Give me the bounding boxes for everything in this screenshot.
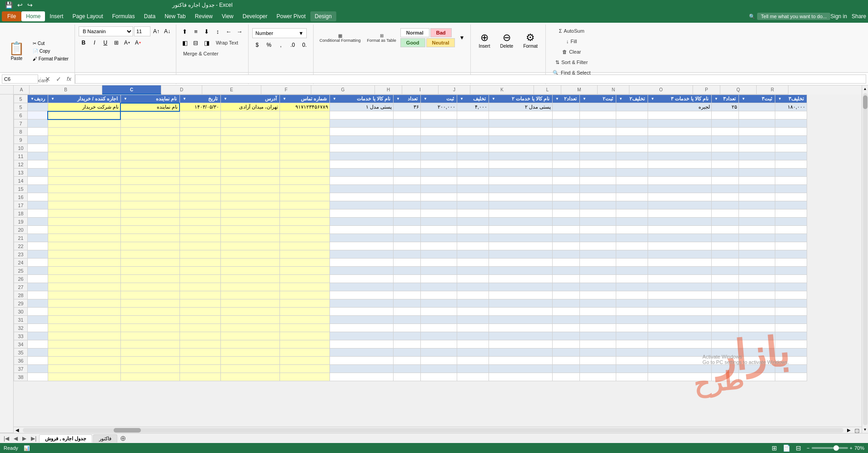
name-box[interactable] xyxy=(2,75,38,84)
tab-nav-prev[interactable]: ◀ xyxy=(12,435,20,442)
style-normal[interactable]: Normal xyxy=(400,28,429,37)
confirm-formula-button[interactable]: ✓ xyxy=(54,75,63,83)
cell-6-G[interactable] xyxy=(329,111,393,119)
cell-6-I[interactable] xyxy=(420,111,457,119)
scroll-left-button[interactable]: ◀ xyxy=(14,428,21,433)
currency-button[interactable]: $ xyxy=(252,40,262,50)
col-header-C[interactable]: C xyxy=(102,85,161,95)
col-header-P[interactable]: P xyxy=(693,85,720,95)
fill-button[interactable]: ↓ Fill xyxy=(549,37,594,46)
sign-in-button[interactable]: Sign in xyxy=(830,13,847,20)
comma-button[interactable]: , xyxy=(276,40,286,50)
share-button[interactable]: Share xyxy=(852,13,866,20)
zoom-out-button[interactable]: − xyxy=(807,445,809,451)
col-header-R[interactable]: R xyxy=(757,85,788,95)
header-B[interactable]: اجاره کننده / خریدار▼ xyxy=(48,95,120,103)
cell-6-N[interactable] xyxy=(616,111,648,119)
cell-5-J[interactable]: ۴,۰۰۰ xyxy=(457,103,489,111)
cell-5-E[interactable]: تهران، میدان آزادی xyxy=(220,103,279,111)
cell-5-K[interactable]: پستی مدل ۲ xyxy=(489,103,552,111)
insert-button[interactable]: ⊕ Insert xyxy=(474,26,494,54)
sheet-tab-1[interactable]: فاکتور xyxy=(93,434,117,443)
header-C[interactable]: نام نماینده▼ xyxy=(120,95,180,103)
zoom-level[interactable]: 70% xyxy=(854,445,864,451)
vertical-scroll-track[interactable] xyxy=(863,93,868,425)
header-N[interactable]: تخلیف۲▼ xyxy=(616,95,648,103)
header-D[interactable]: تاریخ▼ xyxy=(180,95,220,103)
header-M[interactable]: ثبت۲▼ xyxy=(579,95,616,103)
indent-decrease-button[interactable]: ← xyxy=(224,26,234,36)
cancel-formula-button[interactable]: ✕ xyxy=(43,75,52,83)
align-middle-button[interactable]: ≡ xyxy=(191,26,201,36)
search-bar[interactable]: Tell me what you want to do... xyxy=(757,13,830,20)
cell-6-C[interactable] xyxy=(120,111,180,119)
tab-nav-next[interactable]: ▶ xyxy=(20,435,28,442)
style-neutral[interactable]: Neutral xyxy=(426,38,455,47)
format-painter-button[interactable]: 🖌 Format Painter xyxy=(30,55,71,62)
cell-5-F[interactable]: ۹۱۷۱۲۳۴۵۶۷۸۹ xyxy=(279,103,329,111)
cell-5-N[interactable] xyxy=(616,103,648,111)
wrap-text-button[interactable]: Wrap Text xyxy=(213,38,241,47)
style-good[interactable]: Good xyxy=(400,38,425,47)
header-F[interactable]: شماره تماس▼ xyxy=(279,95,329,103)
cell-6-A[interactable] xyxy=(28,111,48,119)
cell-5-C[interactable]: نام نماینده xyxy=(120,103,180,111)
col-header-L[interactable]: L xyxy=(534,85,561,95)
cell-6-Q[interactable] xyxy=(738,111,775,119)
cut-button[interactable]: ✂ Cut xyxy=(30,40,71,47)
header-A[interactable]: ردیف▼ xyxy=(28,95,48,103)
col-header-K[interactable]: K xyxy=(470,85,534,95)
header-R[interactable]: تخلیف۳▼ xyxy=(775,95,807,103)
col-header-I[interactable]: I xyxy=(402,85,439,95)
col-header-O[interactable]: O xyxy=(629,85,693,95)
header-I[interactable]: ثبت▼ xyxy=(420,95,457,103)
formula-input[interactable] xyxy=(75,75,866,84)
save-button[interactable]: 💾 xyxy=(4,1,14,9)
cell-6-R[interactable] xyxy=(775,111,807,119)
font-size-input[interactable] xyxy=(134,26,150,36)
scroll-down-button[interactable]: ▼ xyxy=(862,426,868,433)
decimal-increase-button[interactable]: .0 xyxy=(288,40,298,50)
cell-6-O[interactable] xyxy=(648,111,711,119)
redo-button[interactable]: ↪ xyxy=(26,1,34,9)
cell-6-M[interactable] xyxy=(579,111,616,119)
cell-6-P[interactable] xyxy=(711,111,738,119)
header-J[interactable]: تخلیف▼ xyxy=(457,95,489,103)
cell-5-D[interactable]: ۱۴۰۳/۰۵/۳۰ xyxy=(180,103,220,111)
cell-5-A[interactable] xyxy=(28,103,48,111)
cell-5-B[interactable]: نام شرکت خریدار xyxy=(48,103,120,111)
undo-button[interactable]: ↩ xyxy=(16,1,24,9)
cell-5-G[interactable]: پستی مدل ۱ xyxy=(329,103,393,111)
cell-6-B[interactable] xyxy=(48,111,120,119)
header-Q[interactable]: ثبت۳▼ xyxy=(738,95,775,103)
cell-6-D[interactable] xyxy=(180,111,220,119)
header-P[interactable]: تعداد۳▼ xyxy=(711,95,738,103)
menu-page-layout[interactable]: Page Layout xyxy=(68,11,107,21)
vertical-scroll-thumb[interactable] xyxy=(863,95,868,109)
font-size-decrease-button[interactable]: A↓ xyxy=(162,26,172,36)
horizontal-scrollbar[interactable]: ◀ ▶ ⊡ xyxy=(14,427,862,433)
header-O[interactable]: نام کالا یا خدمات ۳▼ xyxy=(648,95,711,103)
text-direction-button[interactable]: ↕ xyxy=(213,26,223,36)
menu-file[interactable]: File xyxy=(2,11,21,21)
menu-design[interactable]: Design xyxy=(310,11,336,21)
horizontal-scroll-track[interactable] xyxy=(23,428,843,433)
col-header-J[interactable]: J xyxy=(439,85,470,95)
clear-button[interactable]: 🗑 Clear xyxy=(549,47,594,56)
cell-5-M[interactable] xyxy=(579,103,616,111)
align-bottom-button[interactable]: ⬇ xyxy=(202,26,212,36)
underline-button[interactable]: U xyxy=(100,38,110,48)
menu-power-pivot[interactable]: Power Pivot xyxy=(272,11,310,21)
align-right-button[interactable]: ◨ xyxy=(202,38,212,48)
cell-5-H[interactable]: ۳۶ xyxy=(393,103,420,111)
normal-view-button[interactable]: ⊞ xyxy=(772,444,777,452)
col-header-G[interactable]: G xyxy=(311,85,375,95)
align-left-button[interactable]: ◧ xyxy=(180,38,190,48)
menu-review[interactable]: Review xyxy=(190,11,217,21)
menu-developer[interactable]: Developer xyxy=(238,11,272,21)
paste-button[interactable]: 📋 Paste xyxy=(5,39,28,63)
col-header-H[interactable]: H xyxy=(375,85,402,95)
col-header-F[interactable]: F xyxy=(261,85,311,95)
header-K[interactable]: نام کالا یا خدمات ۲▼ xyxy=(489,95,552,103)
format-button[interactable]: ⚙ Format xyxy=(519,26,542,54)
